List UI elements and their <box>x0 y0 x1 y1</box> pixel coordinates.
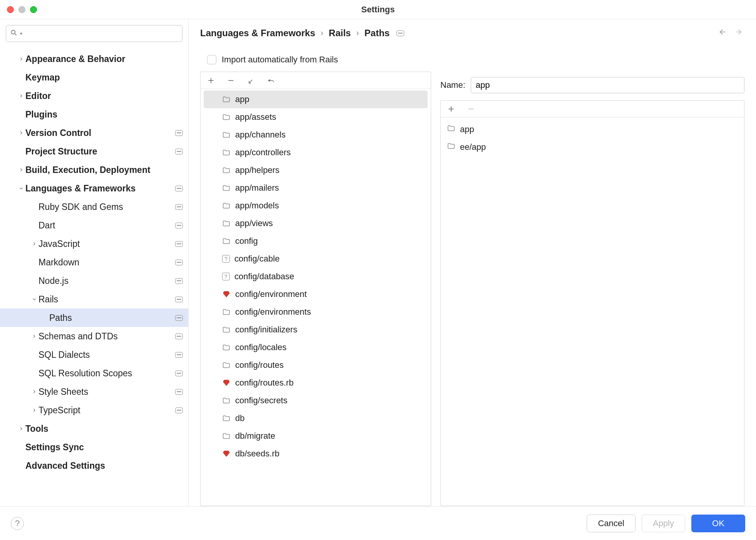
apply-button[interactable]: Apply <box>642 515 685 532</box>
sidebar-item-label: Rails <box>38 294 175 305</box>
sidebar-item[interactable]: JavaScript <box>0 235 188 253</box>
breadcrumb-part[interactable]: Rails <box>329 28 351 39</box>
path-item-label: app/models <box>235 201 279 211</box>
path-list-item[interactable]: app/helpers <box>204 161 428 179</box>
mapped-paths-pane: appee/app <box>440 100 744 506</box>
sidebar-item[interactable]: Settings Sync <box>0 438 188 456</box>
undo-path-button[interactable] <box>266 75 276 86</box>
path-item-label: config/routes.rb <box>235 378 294 388</box>
folder-icon <box>222 219 231 228</box>
sidebar-item[interactable]: Paths <box>0 309 188 327</box>
path-item-label: app/mailers <box>235 183 279 193</box>
titlebar: Settings <box>0 0 756 19</box>
svg-point-0 <box>11 30 15 34</box>
window-maximize-button[interactable] <box>30 6 37 13</box>
sidebar-item[interactable]: Rails <box>0 290 188 309</box>
path-item-label: config <box>235 236 258 246</box>
path-list-item[interactable]: config/secrets <box>204 392 428 409</box>
settings-search[interactable]: ▾ <box>6 25 182 42</box>
path-list-item[interactable]: app/mailers <box>204 179 428 197</box>
path-list-item[interactable]: app <box>204 91 428 108</box>
sidebar-item[interactable]: TypeScript <box>0 401 188 419</box>
sidebar-item[interactable]: Node.js <box>0 272 188 290</box>
path-list-item[interactable]: db/migrate <box>204 427 428 445</box>
path-list-item[interactable]: app/models <box>204 197 428 215</box>
sidebar-item[interactable]: Plugins <box>0 105 188 124</box>
sidebar-item[interactable]: Tools <box>0 419 188 438</box>
sidebar-item[interactable]: Appearance & Behavior <box>0 50 188 68</box>
path-list-item[interactable]: app/assets <box>204 108 428 126</box>
import-auto-checkbox[interactable] <box>207 55 216 64</box>
dialog-footer: ? Cancel Apply OK <box>0 506 756 540</box>
sidebar-item[interactable]: Advanced Settings <box>0 456 188 475</box>
sidebar-item[interactable]: Version Control <box>0 124 188 142</box>
sidebar-item-label: Build, Execution, Deployment <box>25 165 183 175</box>
path-list-item[interactable]: config/environment <box>204 285 428 303</box>
path-item-label: app/channels <box>235 130 286 140</box>
sidebar-item-label: Markdown <box>38 257 175 268</box>
sidebar-item[interactable]: Project Structure <box>0 142 188 161</box>
path-list-item[interactable]: config/routes <box>204 356 428 374</box>
nav-back-button[interactable] <box>717 27 727 39</box>
path-item-label: config/database <box>234 272 294 282</box>
mapped-path-item[interactable]: app <box>441 121 744 138</box>
breadcrumb: Languages & Frameworks › Rails › Paths <box>200 27 744 39</box>
project-scope-icon <box>175 315 183 321</box>
cancel-button[interactable]: Cancel <box>587 515 635 532</box>
sidebar-item[interactable]: Build, Execution, Deployment <box>0 161 188 179</box>
folder-icon <box>222 237 231 245</box>
folder-icon <box>222 325 231 334</box>
sidebar-item[interactable]: Style Sheets <box>0 382 188 401</box>
unknown-icon: ? <box>222 255 230 263</box>
path-list-item[interactable]: db <box>204 409 428 427</box>
help-button[interactable]: ? <box>11 517 24 530</box>
sidebar-item[interactable]: Languages & Frameworks <box>0 179 188 198</box>
path-list-item[interactable]: app/controllers <box>204 144 428 161</box>
mapped-paths-list[interactable]: appee/app <box>441 117 744 506</box>
window-minimize-button[interactable] <box>18 6 25 13</box>
mapped-path-item[interactable]: ee/app <box>441 138 744 156</box>
name-input[interactable] <box>471 77 744 93</box>
remove-map-button[interactable] <box>466 104 476 114</box>
sidebar-item[interactable]: SQL Dialects <box>0 345 188 364</box>
path-list-item[interactable]: ?config/cable <box>204 250 428 268</box>
path-list-item[interactable]: app/channels <box>204 126 428 144</box>
search-dropdown-icon[interactable]: ▾ <box>20 31 22 36</box>
sidebar-item-label: Version Control <box>25 128 175 138</box>
sidebar-item[interactable]: Markdown <box>0 253 188 272</box>
path-list-item[interactable]: config/initializers <box>204 321 428 339</box>
path-list-item[interactable]: app/views <box>204 215 428 232</box>
paths-list[interactable]: appapp/assetsapp/channelsapp/controllers… <box>201 89 431 506</box>
remove-path-button[interactable] <box>226 75 236 86</box>
nav-forward-button[interactable] <box>734 27 744 39</box>
window-close-button[interactable] <box>7 6 14 13</box>
sidebar-item-label: SQL Dialects <box>38 350 175 360</box>
project-scope-icon <box>175 297 183 302</box>
path-item-label: config/environments <box>235 307 311 317</box>
breadcrumb-sep: › <box>321 28 323 38</box>
add-map-button[interactable] <box>446 104 456 114</box>
path-list-item[interactable]: config/environments <box>204 303 428 321</box>
path-list-item[interactable]: db/seeds.rb <box>204 445 428 463</box>
path-list-item[interactable]: config/routes.rb <box>204 374 428 392</box>
sidebar-item[interactable]: Editor <box>0 87 188 105</box>
add-path-button[interactable] <box>206 75 216 86</box>
reload-path-button[interactable] <box>246 75 256 86</box>
sidebar-item[interactable]: Schemas and DTDs <box>0 327 188 345</box>
path-item-label: db <box>235 413 244 423</box>
chevron-down-icon <box>30 297 38 302</box>
sidebar-item[interactable]: Dart <box>0 216 188 235</box>
sidebar-item[interactable]: Keymap <box>0 68 188 87</box>
path-list-item[interactable]: config <box>204 232 428 250</box>
ok-button[interactable]: OK <box>691 515 745 532</box>
sidebar-item[interactable]: SQL Resolution Scopes <box>0 364 188 382</box>
search-input[interactable] <box>25 29 178 38</box>
sidebar-item-label: Style Sheets <box>38 387 175 397</box>
breadcrumb-part[interactable]: Paths <box>365 28 390 39</box>
path-list-item[interactable]: ?config/database <box>204 268 428 285</box>
path-list-item[interactable]: config/locales <box>204 339 428 356</box>
project-scope-icon <box>175 186 183 191</box>
sidebar-item[interactable]: Ruby SDK and Gems <box>0 198 188 216</box>
breadcrumb-part[interactable]: Languages & Frameworks <box>200 28 315 39</box>
project-scope-icon <box>175 408 183 413</box>
